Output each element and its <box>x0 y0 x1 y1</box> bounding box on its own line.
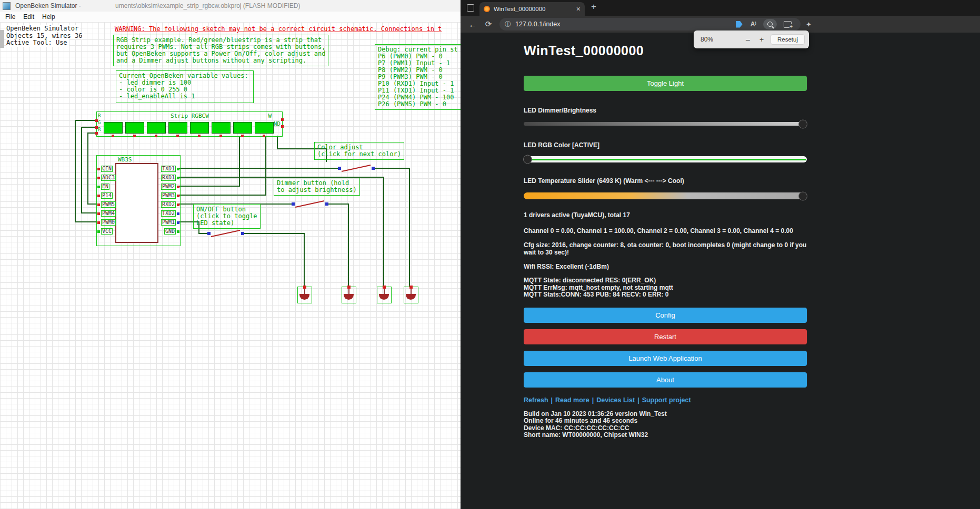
status-text: OpenBeken SimulatorObjects 15, wires 36A… <box>6 25 84 47</box>
channels-status: Channel 0 = 0.00, Channel 1 = 100.00, Ch… <box>524 227 807 235</box>
zoom-level: 80% <box>701 36 741 43</box>
strip-connector <box>281 118 284 121</box>
led-array <box>104 122 274 134</box>
support-project-link[interactable]: Support project <box>642 396 691 404</box>
page-content: WinTest_00000000 Toggle Light LED Dimmer… <box>461 33 980 509</box>
rgb-slider[interactable] <box>524 156 807 162</box>
strip-rgbcw: Strip RGBCW W ND B G R <box>96 111 283 137</box>
about-button[interactable]: About <box>524 372 807 388</box>
menu-edit[interactable]: Edit <box>23 13 34 21</box>
link-separator: | <box>551 396 553 404</box>
browser-essentials-icon[interactable]: ✦ <box>806 21 812 28</box>
cfg-status: Cfg size: 2016, change counter: 8, ota c… <box>524 241 807 256</box>
url-text[interactable]: 127.0.0.1/index <box>515 21 732 28</box>
note-dimmer: Dimmer button (holdto adjust brightness) <box>274 178 360 196</box>
collections-icon[interactable] <box>784 21 792 28</box>
menu-bar: File Edit Help <box>0 12 461 23</box>
window-title: OpenBeken Simulator - <box>15 2 83 9</box>
switch-onoff[interactable] <box>207 230 244 237</box>
chip-pin-right: PWM2 <box>161 184 179 190</box>
chip-pin-right: PWM1 <box>161 219 179 226</box>
chip-title: WB3S <box>118 156 132 163</box>
browser-tab[interactable]: WinTest_00000000 × <box>479 2 585 16</box>
tab-favicon-icon <box>484 6 490 12</box>
read-aloud-icon[interactable]: A <box>751 21 756 28</box>
zoom-reset-button[interactable]: Resetuj <box>771 34 805 45</box>
chip-pin-left: PWM5 <box>97 201 116 208</box>
app-icon <box>3 2 11 10</box>
rgb-slider-track-fill <box>525 159 806 160</box>
strip-connector <box>95 126 98 129</box>
refresh-link[interactable]: Refresh <box>524 396 548 404</box>
restart-button[interactable]: Restart <box>524 329 807 344</box>
led <box>212 122 231 134</box>
dimmer-label: LED Dimmer/Brightness <box>524 107 807 114</box>
push-button[interactable] <box>297 287 312 303</box>
zoom-out-button[interactable]: – <box>741 35 755 44</box>
scrollbar-thumb[interactable] <box>0 30 4 48</box>
drivers-status: 1 drivers active (TuyaMCU), total 17 <box>524 211 807 219</box>
devices-list-link[interactable]: Devices List <box>596 396 635 404</box>
dimmer-slider-thumb[interactable] <box>798 119 807 128</box>
chip-pin-left: PWM4 <box>97 210 116 217</box>
rgb-label: LED RGB Color [ACTIVE] <box>524 141 807 149</box>
chip-pin-right: PWM3 <box>161 192 179 199</box>
chip-pin-left: CEN <box>97 166 113 172</box>
simulator-titlebar: OpenBeken Simulator - uments\obksim\exam… <box>0 0 461 12</box>
config-button[interactable]: Config <box>524 308 807 323</box>
menu-help[interactable]: Help <box>42 13 55 21</box>
chip-pin-left: EN <box>97 184 109 190</box>
tab-title: WinTest_00000000 <box>494 6 573 12</box>
rgb-slider-thumb[interactable] <box>523 155 532 164</box>
chip-pin-right: RXD2 <box>161 201 179 208</box>
dimmer-slider[interactable] <box>524 122 807 126</box>
zoom-in-button[interactable]: + <box>755 35 768 44</box>
chip-wb3s: WB3S CEN ADC3 EN P14 PWM5 PWM4 PWM0 VCC … <box>96 155 181 246</box>
strip-connector <box>281 125 284 128</box>
chip-pin-left: ADC3 <box>97 175 116 181</box>
led <box>104 122 123 134</box>
tab-actions-icon[interactable] <box>467 4 474 12</box>
zoom-popup: 80% – + Resetuj <box>694 30 809 48</box>
toggle-light-button[interactable]: Toggle Light <box>524 76 807 91</box>
new-tab-button[interactable]: + <box>591 2 596 12</box>
temperature-slider[interactable] <box>524 192 807 199</box>
schematic-canvas[interactable]: OpenBeken SimulatorObjects 15, wires 36A… <box>0 22 461 509</box>
strip-pin-nd: ND <box>274 120 281 127</box>
refresh-button[interactable]: ⟳ <box>481 19 496 29</box>
chip-pin-left: PWM0 <box>97 219 116 226</box>
read-more-link[interactable]: Read more <box>555 396 589 404</box>
build-info: Build on Jan 10 2023 01:36:26 version Wi… <box>524 411 807 439</box>
push-button[interactable] <box>377 287 392 303</box>
switch-dimmer[interactable] <box>292 201 328 207</box>
tab-close-icon[interactable]: × <box>576 5 581 13</box>
shopping-tag-icon[interactable] <box>736 21 743 28</box>
strip-connector <box>95 132 98 135</box>
push-button[interactable] <box>342 287 356 303</box>
strip-title: Strip RGBCW <box>171 113 209 119</box>
temperature-slider-thumb[interactable] <box>798 191 807 200</box>
wifi-status: Wifi RSSI: Excellent (-1dBm) <box>524 263 807 270</box>
chip-body <box>115 163 158 243</box>
switch-color-adjust[interactable] <box>338 165 375 171</box>
strip-pin-w: W <box>268 113 272 119</box>
launch-web-app-button[interactable]: Launch Web Application <box>524 351 807 366</box>
led <box>233 122 252 134</box>
push-button[interactable] <box>404 287 418 303</box>
note-onoff: ON/OFF button(click to toggleLED state) <box>193 204 261 229</box>
led <box>147 122 166 134</box>
strip-pin-g: G <box>98 120 101 125</box>
back-button[interactable]: ← <box>465 20 481 29</box>
warning-text: WARNING: The following sketch may not be… <box>115 25 442 33</box>
chip-pin-right: TXD1 <box>161 166 179 172</box>
address-bar[interactable]: ⓘ 127.0.0.1/index A <box>499 18 801 30</box>
site-info-icon[interactable]: ⓘ <box>505 20 511 29</box>
led <box>190 122 209 134</box>
menu-file[interactable]: File <box>5 13 15 21</box>
mqtt-status: MQTT State: disconnected RES: 0(ERR_OK)M… <box>524 277 807 299</box>
note-debug: Debug: current pin stP6 (PWM0) PWM - 0P7… <box>375 44 461 110</box>
link-separator: | <box>637 396 639 404</box>
note-rgb-strip: RGB Strip example. Red/green/bluestrip i… <box>113 35 328 66</box>
screen: OpenBeken Simulator - uments\obksim\exam… <box>0 0 980 509</box>
zoom-indicator[interactable] <box>763 19 777 29</box>
